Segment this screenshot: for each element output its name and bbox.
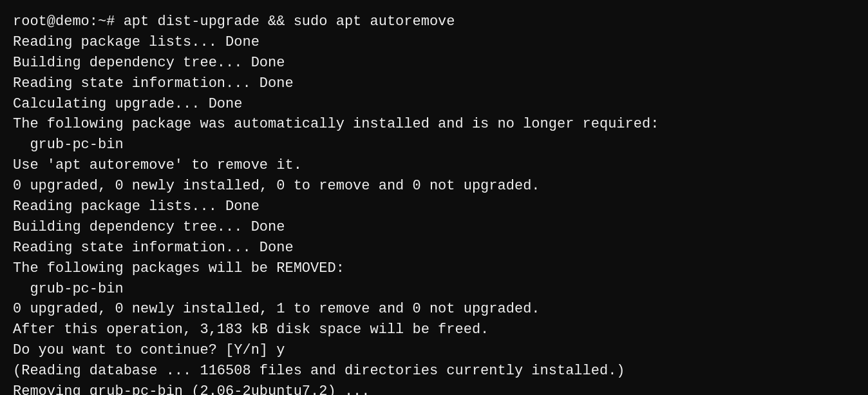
terminal-line-line9: Reading package lists... Done	[13, 197, 855, 217]
terminal-line-line8: 0 upgraded, 0 newly installed, 0 to remo…	[13, 176, 855, 197]
terminal-line-line15: After this operation, 3,183 kB disk spac…	[13, 320, 855, 340]
terminal-line-line18: Removing grub-pc-bin (2.06-2ubuntu7.2) .…	[13, 381, 855, 395]
terminal-line-line3: Reading state information... Done	[13, 73, 855, 94]
terminal-line-line11: Reading state information... Done	[13, 238, 855, 258]
terminal-line-line1: Reading package lists... Done	[13, 32, 855, 53]
terminal-line-line13: grub-pc-bin	[13, 279, 855, 300]
terminal-line-line7: Use 'apt autoremove' to remove it.	[13, 155, 855, 176]
terminal-line-line2: Building dependency tree... Done	[13, 53, 855, 73]
terminal-line-line14: 0 upgraded, 0 newly installed, 1 to remo…	[13, 299, 855, 320]
terminal-line-line6: grub-pc-bin	[13, 135, 855, 155]
terminal-line-line5: The following package was automatically …	[13, 114, 855, 135]
terminal-line-line10: Building dependency tree... Done	[13, 217, 855, 238]
terminal-line-line16: Do you want to continue? [Y/n] y	[13, 340, 855, 361]
terminal-window[interactable]: root@demo:~# apt dist-upgrade && sudo ap…	[13, 12, 855, 383]
terminal-line-line17: (Reading database ... 116508 files and d…	[13, 361, 855, 381]
terminal-line-cmd: root@demo:~# apt dist-upgrade && sudo ap…	[13, 12, 855, 32]
terminal-line-line12: The following packages will be REMOVED:	[13, 258, 855, 279]
terminal-line-line4: Calculating upgrade... Done	[13, 94, 855, 115]
